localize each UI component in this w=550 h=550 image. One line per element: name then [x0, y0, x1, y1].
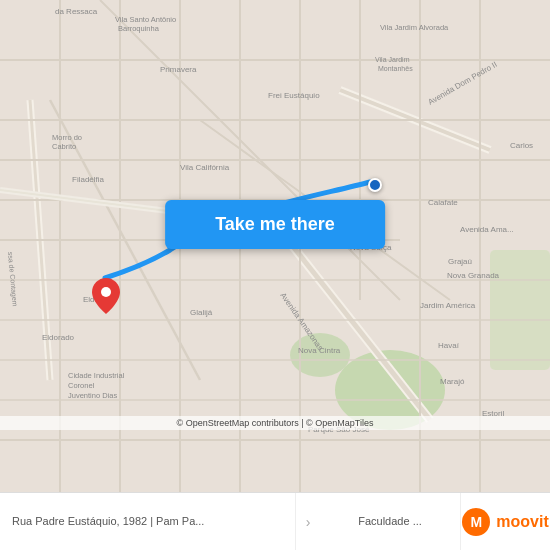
svg-text:Avenida Ama...: Avenida Ama... — [460, 225, 514, 234]
destination-info: Faculdade ... — [320, 493, 460, 550]
svg-text:Eldorado: Eldorado — [42, 333, 75, 342]
destination-pin — [92, 278, 120, 318]
origin-label: Rua Padre Eustáquio, 1982 | Pam Pa... — [12, 514, 283, 528]
svg-text:Barroquinha: Barroquinha — [118, 24, 160, 33]
svg-text:Vila Jardim: Vila Jardim — [375, 56, 410, 63]
origin-info: Rua Padre Eustáquio, 1982 | Pam Pa... — [0, 493, 296, 550]
svg-text:da Ressaca: da Ressaca — [55, 7, 98, 16]
moovit-text: moovit — [496, 513, 548, 531]
svg-text:Cabrito: Cabrito — [52, 142, 76, 151]
map-container[interactable]: da Ressaca Vila Santo Antônio Barroquinh… — [0, 0, 550, 492]
bottom-bar: Rua Padre Eustáquio, 1982 | Pam Pa... › … — [0, 492, 550, 550]
svg-text:Frei Eustáquio: Frei Eustáquio — [268, 91, 320, 100]
svg-point-70 — [101, 287, 111, 297]
map-attribution: © OpenStreetMap contributors | © OpenMap… — [0, 416, 550, 430]
svg-text:Calafate: Calafate — [428, 198, 458, 207]
svg-rect-3 — [490, 250, 550, 370]
svg-text:Juventino Dias: Juventino Dias — [68, 391, 117, 400]
svg-text:Jardim América: Jardim América — [420, 301, 476, 310]
svg-text:Vila Jardim Alvorada: Vila Jardim Alvorada — [380, 23, 449, 32]
svg-text:Glalijá: Glalijá — [190, 308, 213, 317]
svg-text:Coronel: Coronel — [68, 381, 95, 390]
svg-text:Havaí: Havaí — [438, 341, 460, 350]
svg-text:Grajaú: Grajaú — [448, 257, 472, 266]
destination-label: Faculdade ... — [358, 514, 422, 528]
arrow-icon: › — [306, 514, 311, 530]
svg-text:Cidade Industrial: Cidade Industrial — [68, 371, 125, 380]
svg-text:Vila Califórnia: Vila Califórnia — [180, 163, 230, 172]
svg-text:Filadélfia: Filadélfia — [72, 175, 105, 184]
origin-dot — [368, 178, 382, 192]
svg-text:Primavera: Primavera — [160, 65, 197, 74]
svg-text:Nova Cintra: Nova Cintra — [298, 346, 341, 355]
svg-text:Marajó: Marajó — [440, 377, 465, 386]
moovit-logo: M moovit — [462, 508, 548, 536]
app: da Ressaca Vila Santo Antônio Barroquinh… — [0, 0, 550, 550]
svg-text:Carlos: Carlos — [510, 141, 533, 150]
svg-text:Vila Santo Antônio: Vila Santo Antônio — [115, 15, 176, 24]
moovit-icon: M — [462, 508, 490, 536]
svg-text:Montanhês: Montanhês — [378, 65, 413, 72]
svg-text:Morro do: Morro do — [52, 133, 82, 142]
svg-text:Nova Granada: Nova Granada — [447, 271, 500, 280]
take-me-there-button[interactable]: Take me there — [165, 200, 385, 249]
moovit-brand: M moovit — [460, 493, 550, 550]
